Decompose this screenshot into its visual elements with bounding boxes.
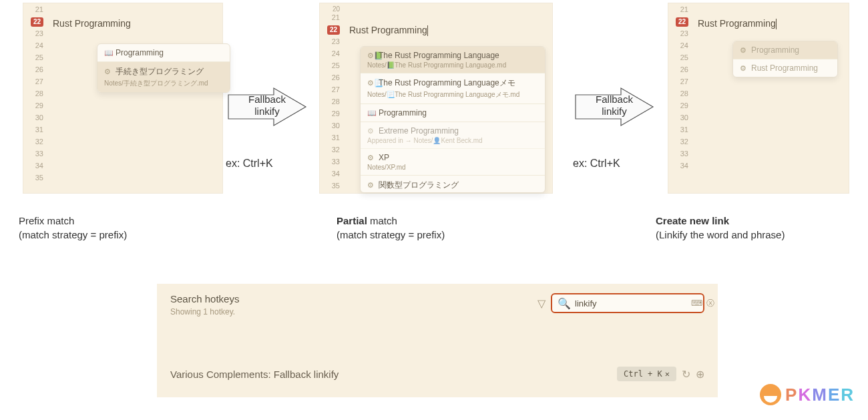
popup-item[interactable]: 📖Programming [97, 44, 230, 62]
caption-3: Create new link (Linkify the word and ph… [656, 214, 785, 242]
pkmer-watermark: P K M E R [760, 384, 855, 405]
arrow-2: Fallback linkify [574, 87, 654, 127]
gutter-1: 21 22 232425 262728 293031 323334 35 [23, 3, 47, 184]
editor-text-2[interactable]: Rust Programming [349, 25, 428, 35]
popup-item[interactable]: ⚙Programming [733, 41, 837, 59]
reset-icon[interactable]: ↻ [682, 368, 690, 381]
autocomplete-popup-2[interactable]: ⚙📗The Rust Programming Language Notes/📗T… [360, 46, 546, 193]
arrow-1: Fallback linkify [227, 87, 307, 127]
gear-icon: ⚙ [367, 127, 377, 136]
active-line-badge: 22 [31, 17, 43, 27]
popup-item[interactable]: ⚙XP Notes/XP.md [361, 149, 545, 176]
arrow-label-bottom: linkify [254, 106, 280, 117]
arrow-label-top: Fallback [248, 93, 286, 105]
popup-item[interactable]: ⚙Rust Programming [733, 59, 837, 77]
gear-icon: ⚙ [367, 154, 377, 162]
clear-icon[interactable]: ⓧ [706, 298, 714, 309]
book-icon: 📖 [367, 109, 377, 118]
gear-icon: ⚙ [104, 67, 114, 76]
popup-item[interactable]: ⚙📗The Rust Programming Language Notes/📗T… [361, 47, 545, 73]
example-label-1: ex: Ctrl+K [226, 158, 273, 170]
caption-2: Partial match (match strategy = prefix) [337, 214, 445, 242]
example-label-2: ex: Ctrl+K [573, 158, 620, 170]
popup-item[interactable]: 📖Programming [361, 104, 545, 122]
hotkey-badge[interactable]: Ctrl + K ✕ [617, 367, 676, 381]
gear-icon: ⚙📗 [367, 51, 377, 60]
editor-panel-3: 21 22 232425 262728 293031 323334 Rust P… [668, 3, 849, 194]
arrow-label-top: Fallback [596, 93, 633, 105]
add-hotkey-icon[interactable]: ⊕ [696, 368, 704, 381]
autocomplete-popup-1[interactable]: 📖Programming ⚙手続き型プログラミング Notes/手続き型プログラ… [97, 43, 230, 93]
popup-item[interactable]: ⚙手続き型プログラミング Notes/手続き型プログラミング.md [97, 62, 230, 92]
hotkey-settings-panel: Search hotkeys Showing 1 hotkey. ▽ 🔍 ⌨ ⓧ… [157, 284, 718, 397]
search-icon: 🔍 [558, 297, 571, 310]
gutter-3: 21 22 232425 262728 293031 323334 [668, 3, 692, 172]
text-cursor [427, 25, 428, 36]
gear-icon: ⚙ [740, 64, 749, 73]
search-box[interactable]: 🔍 ⌨ ⓧ [551, 293, 704, 313]
autocomplete-popup-3[interactable]: ⚙Programming ⚙Rust Programming [732, 41, 838, 77]
editor-text-1[interactable]: Rust Programming [53, 18, 131, 29]
watermark-logo-icon [760, 384, 781, 405]
gear-icon: ⚙📃 [367, 79, 377, 87]
book-icon: 📖 [104, 49, 114, 57]
search-input[interactable] [575, 298, 687, 308]
gutter-2: 20 21 22 232425 262728 293031 323334 35 [320, 3, 344, 192]
active-line-badge: 22 [327, 25, 340, 35]
hotkey-row-name: Various Complements: Fallback linkify [170, 369, 339, 380]
arrow-label-bottom: linkify [602, 106, 627, 117]
editor-panel-1: 21 22 232425 262728 293031 323334 35 Rus… [23, 3, 223, 194]
caption-1: Prefix match (match strategy = prefix) [19, 214, 127, 242]
editor-panel-2: 20 21 22 232425 262728 293031 323334 35 … [319, 3, 553, 194]
remove-hotkey-icon[interactable]: ✕ [665, 369, 670, 379]
editor-text-3[interactable]: Rust Programming [698, 18, 777, 29]
active-line-badge: 22 [676, 17, 688, 27]
keyboard-icon[interactable]: ⌨ [691, 298, 702, 308]
gear-icon: ⚙ [740, 46, 749, 55]
filter-icon[interactable]: ▽ [537, 297, 546, 310]
popup-item[interactable]: ⚙Extreme Programming Appeared in → Notes… [361, 122, 545, 149]
text-cursor [776, 19, 777, 29]
gear-icon: ⚙ [367, 181, 377, 190]
popup-item[interactable]: ⚙📃The Rust Programming Languageメモ Notes/… [361, 73, 545, 104]
popup-item[interactable]: ⚙関数型プログラミング [361, 176, 545, 193]
